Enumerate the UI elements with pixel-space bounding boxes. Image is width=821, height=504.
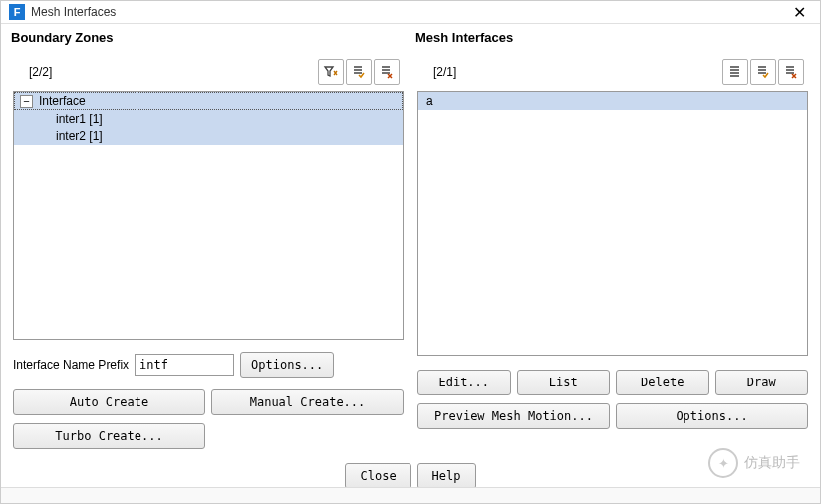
prefix-input[interactable]: [135, 354, 234, 376]
interfaces-options-button[interactable]: Options...: [616, 403, 808, 429]
window-title: Mesh Interfaces: [31, 5, 787, 19]
action-row-1: Edit... List Delete Draw: [417, 370, 808, 395]
tree-item-label: inter1 [1]: [54, 112, 103, 126]
turbo-create-button[interactable]: Turbo Create...: [13, 423, 205, 449]
list-button[interactable]: List: [517, 370, 611, 395]
content-area: Boundary Zones [2/2] −: [1, 24, 820, 453]
preview-mesh-motion-button[interactable]: Preview Mesh Motion...: [417, 403, 610, 429]
titlebar: F Mesh Interfaces ✕: [1, 1, 820, 24]
mesh-interfaces-panel: Mesh Interfaces [2/1] a: [415, 28, 810, 453]
manual-create-button[interactable]: Manual Create...: [211, 389, 404, 415]
tree-root-label: Interface: [37, 94, 86, 108]
filter-toggle-icon[interactable]: [318, 59, 344, 85]
edit-button[interactable]: Edit...: [417, 370, 511, 395]
tree-item-label: inter2 [1]: [54, 129, 103, 143]
close-icon[interactable]: ✕: [787, 3, 812, 22]
tree-root-row[interactable]: − Interface: [14, 92, 403, 110]
deselect-all-icon[interactable]: [374, 59, 400, 85]
tree-item[interactable]: inter1 [1]: [14, 110, 403, 127]
create-row-1: Auto Create Manual Create...: [13, 389, 404, 415]
options-button[interactable]: Options...: [240, 352, 334, 378]
select-all-icon[interactable]: [346, 59, 372, 85]
help-button[interactable]: Help: [417, 463, 476, 489]
prefix-row: Interface Name Prefix Options...: [11, 340, 406, 385]
collapse-icon[interactable]: −: [20, 95, 33, 108]
mesh-interfaces-title: Mesh Interfaces: [415, 28, 810, 49]
boundary-zones-tree[interactable]: − Interface inter1 [1] inter2 [1]: [13, 91, 404, 340]
list-item-label: a: [424, 94, 433, 108]
boundary-zones-title: Boundary Zones: [11, 28, 406, 49]
mesh-interfaces-header: [2/1]: [415, 49, 810, 91]
prefix-label: Interface Name Prefix: [13, 358, 129, 372]
auto-create-button[interactable]: Auto Create: [13, 389, 205, 415]
boundary-zones-header: [2/2]: [11, 49, 406, 91]
list-item[interactable]: a: [418, 92, 807, 110]
close-button[interactable]: Close: [345, 463, 410, 489]
mesh-interfaces-dialog: F Mesh Interfaces ✕ Boundary Zones [2/2]: [0, 0, 821, 504]
app-icon: F: [9, 4, 25, 20]
delete-button[interactable]: Delete: [616, 370, 709, 395]
action-row-2: Preview Mesh Motion... Options...: [417, 403, 808, 429]
draw-button[interactable]: Draw: [715, 370, 809, 395]
create-row-2: Turbo Create...: [13, 423, 404, 449]
boundary-zones-panel: Boundary Zones [2/2] −: [11, 28, 406, 453]
status-strip: [1, 487, 820, 503]
boundary-zones-counter: [2/2]: [29, 65, 318, 79]
mesh-interfaces-counter: [2/1]: [433, 65, 722, 79]
deselect-all-icon[interactable]: [778, 59, 804, 85]
mesh-interfaces-list[interactable]: a: [417, 91, 808, 356]
tree-item[interactable]: inter2 [1]: [14, 127, 403, 145]
list-icon[interactable]: [722, 59, 748, 85]
select-all-icon[interactable]: [750, 59, 776, 85]
